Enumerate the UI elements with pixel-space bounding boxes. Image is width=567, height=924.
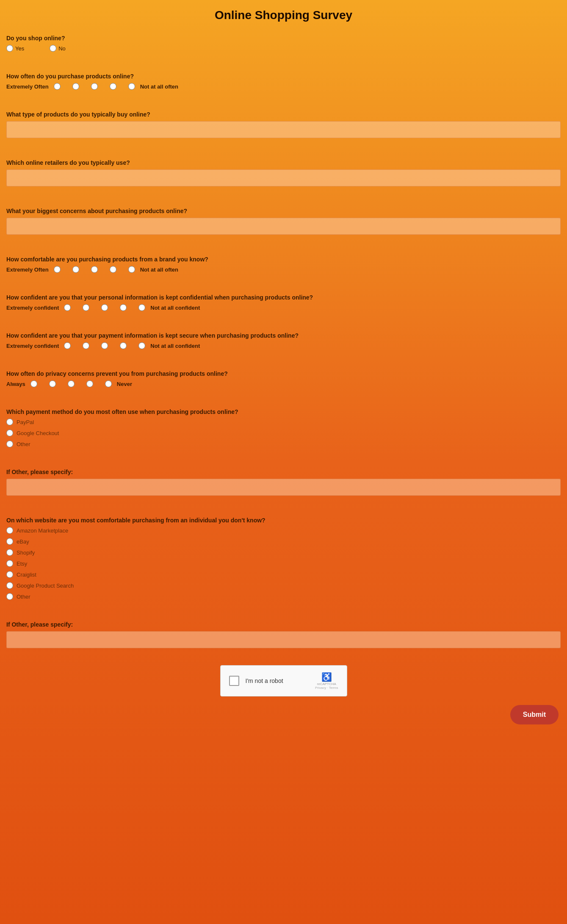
- q9-radio-3[interactable]: [68, 380, 75, 387]
- q8-radio-2[interactable]: [83, 342, 89, 349]
- q7-radio-3[interactable]: [101, 304, 108, 311]
- q6-radio-1[interactable]: [54, 266, 61, 273]
- q1-no-radio[interactable]: [50, 45, 56, 52]
- q8-radio-1[interactable]: [64, 342, 71, 349]
- q2-radio-3[interactable]: [91, 83, 98, 90]
- q10-other-option[interactable]: Other: [6, 441, 561, 447]
- q2-scale-end: Not at all often: [140, 83, 178, 90]
- recaptcha-checkbox[interactable]: [229, 676, 239, 686]
- q7-radio-5[interactable]: [138, 304, 145, 311]
- q8-radio-4[interactable]: [120, 342, 127, 349]
- q5-input[interactable]: [6, 218, 561, 235]
- q7-radio-2[interactable]: [83, 304, 89, 311]
- question-4: Which online retailers do you typically …: [4, 155, 563, 191]
- q6-radio-5[interactable]: [128, 266, 135, 273]
- q8-scale-end: Not at all confident: [150, 343, 200, 349]
- q1-no-label: No: [58, 45, 66, 52]
- recaptcha-container: I'm not a robot ♿ reCAPTCHA Privacy · Te…: [4, 665, 563, 696]
- q10-other-radio[interactable]: [6, 441, 13, 447]
- q7-scale-start: Extremely confident: [6, 305, 59, 311]
- question-6: How comfortable are you purchasing produ…: [4, 252, 563, 277]
- q8-radio-5[interactable]: [138, 342, 145, 349]
- q8-radios: [64, 342, 145, 349]
- q9-radio-2[interactable]: [49, 380, 56, 387]
- recaptcha-privacy: Privacy: [315, 686, 326, 690]
- q6-label: How comfortable are you purchasing produ…: [6, 256, 561, 263]
- q8-scale-start: Extremely confident: [6, 343, 59, 349]
- q11-craigslist-label: Craiglist: [17, 572, 36, 578]
- q9-radio-1[interactable]: [30, 380, 37, 387]
- q10b-input[interactable]: [6, 479, 561, 496]
- q4-label: Which online retailers do you typically …: [6, 159, 561, 166]
- q2-radio-4[interactable]: [110, 83, 116, 90]
- recaptcha-box[interactable]: I'm not a robot ♿ reCAPTCHA Privacy · Te…: [220, 665, 347, 696]
- q10-googlecheckout-option[interactable]: Google Checkout: [6, 430, 561, 436]
- q2-radio-5[interactable]: [128, 83, 135, 90]
- q6-scale-end: Not at all often: [140, 266, 178, 273]
- q11-craigslist-radio[interactable]: [6, 571, 13, 578]
- recaptcha-logo: ♿ reCAPTCHA Privacy · Terms: [315, 672, 338, 690]
- question-1: Do you shop online? Yes No: [4, 31, 563, 56]
- q10-other-label: Other: [17, 441, 30, 447]
- q2-label: How often do you purchase products onlin…: [6, 73, 561, 80]
- q6-radio-2[interactable]: [72, 266, 79, 273]
- q6-radio-3[interactable]: [91, 266, 98, 273]
- question-2: How often do you purchase products onlin…: [4, 69, 563, 94]
- recaptcha-text: I'm not a robot: [246, 677, 309, 684]
- q11-other-radio[interactable]: [6, 593, 13, 600]
- q8-radio-3[interactable]: [101, 342, 108, 349]
- q11-etsy-option[interactable]: Etsy: [6, 560, 561, 567]
- q7-label: How confident are you that your personal…: [6, 294, 561, 301]
- q7-radio-1[interactable]: [64, 304, 71, 311]
- q1-no-option[interactable]: No: [50, 45, 66, 52]
- q11-etsy-radio[interactable]: [6, 560, 13, 567]
- q11-other-option[interactable]: Other: [6, 593, 561, 600]
- question-11: On which website are you most comfortabl…: [4, 513, 563, 604]
- q11-shopify-radio[interactable]: [6, 549, 13, 556]
- q11-etsy-label: Etsy: [17, 561, 27, 567]
- recaptcha-brand-icon: ♿: [321, 672, 332, 682]
- q11-amazon-option[interactable]: Amazon Marketplace: [6, 527, 561, 534]
- question-3: What type of products do you typically b…: [4, 107, 563, 142]
- q11-ebay-label: eBay: [17, 538, 29, 545]
- q6-radios: [54, 266, 135, 273]
- q10-googlecheckout-radio[interactable]: [6, 430, 13, 436]
- recaptcha-terms: Terms: [329, 686, 338, 690]
- q11-ebay-radio[interactable]: [6, 538, 13, 545]
- q6-scale-start: Extremely Often: [6, 266, 49, 273]
- q4-input[interactable]: [6, 169, 561, 186]
- q11-other-label: Other: [17, 594, 30, 600]
- q2-radio-2[interactable]: [72, 83, 79, 90]
- q11b-input[interactable]: [6, 631, 561, 648]
- q9-radio-4[interactable]: [86, 380, 93, 387]
- q11-shopify-option[interactable]: Shopify: [6, 549, 561, 556]
- q9-radio-5[interactable]: [105, 380, 112, 387]
- q2-scale-start: Extremely Often: [6, 83, 49, 90]
- q1-label: Do you shop online?: [6, 35, 561, 42]
- q1-yes-option[interactable]: Yes: [6, 45, 24, 52]
- q9-radios: [30, 380, 112, 387]
- q7-radios: [64, 304, 145, 311]
- q10-googlecheckout-label: Google Checkout: [17, 430, 59, 436]
- q11-options: Amazon Marketplace eBay Shopify Etsy Cra…: [6, 527, 561, 600]
- q1-yes-radio[interactable]: [6, 45, 13, 52]
- q10-paypal-radio[interactable]: [6, 419, 13, 425]
- q6-radio-4[interactable]: [110, 266, 116, 273]
- q11-gps-option[interactable]: Google Product Search: [6, 582, 561, 589]
- q10-paypal-option[interactable]: PayPal: [6, 419, 561, 425]
- question-9: How often do privacy concerns prevent yo…: [4, 366, 563, 391]
- q11-ebay-option[interactable]: eBay: [6, 538, 561, 545]
- question-10b: If Other, please specify:: [4, 464, 563, 500]
- q10b-label: If Other, please specify:: [6, 469, 561, 475]
- submit-button[interactable]: Submit: [510, 705, 559, 724]
- q11-craigslist-option[interactable]: Craiglist: [6, 571, 561, 578]
- q11-amazon-radio[interactable]: [6, 527, 13, 534]
- q7-radio-4[interactable]: [120, 304, 127, 311]
- q11-amazon-label: Amazon Marketplace: [17, 527, 68, 534]
- question-8: How confident are you that your payment …: [4, 328, 563, 353]
- q2-radio-1[interactable]: [54, 83, 61, 90]
- q1-yes-label: Yes: [15, 45, 24, 52]
- q3-input[interactable]: [6, 121, 561, 138]
- q11b-label: If Other, please specify:: [6, 621, 561, 628]
- q11-gps-radio[interactable]: [6, 582, 13, 589]
